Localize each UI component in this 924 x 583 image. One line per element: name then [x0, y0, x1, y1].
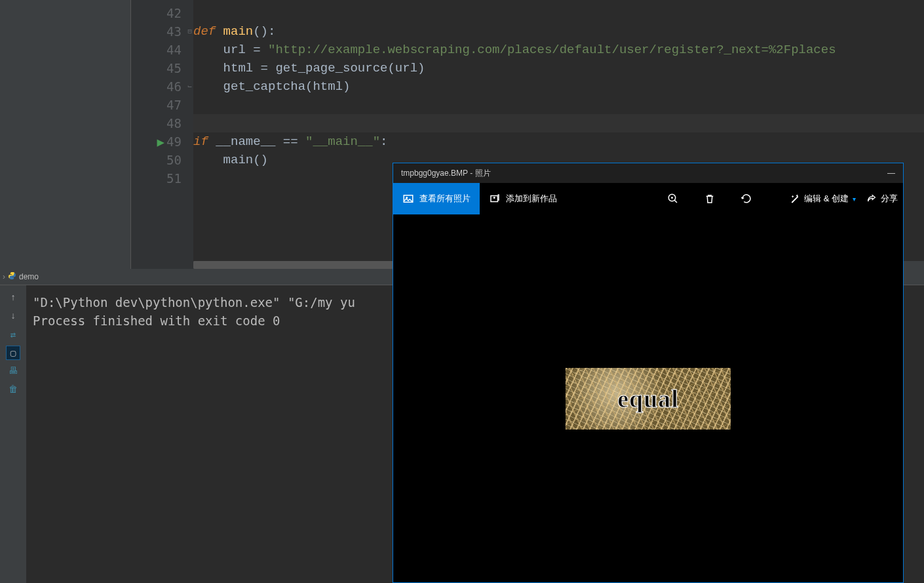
add-collection-icon — [489, 193, 501, 205]
rotate-icon — [741, 193, 752, 205]
picture-icon — [402, 193, 414, 205]
captcha-text: equal — [617, 384, 679, 413]
python-icon — [8, 271, 16, 282]
scroll-down-icon[interactable]: ↓ — [6, 309, 20, 323]
code-line: def main(): — [193, 22, 924, 41]
scroll-up-icon[interactable]: ↑ — [6, 291, 20, 305]
code-line: if __name__ == "__main__": — [193, 132, 924, 151]
trash-icon — [704, 193, 716, 205]
add-to-creation-button[interactable]: 添加到新作品 — [480, 183, 566, 214]
fold-icon[interactable]: ⊟ — [187, 22, 192, 41]
code-line: get_captcha(html) — [193, 77, 924, 96]
editor-gutter[interactable]: 42 43⊟ 44 45 46⌙ 47 48 49▶ 50 51 — [131, 0, 193, 269]
line-number: 50 — [131, 151, 193, 169]
run-gutter-icon[interactable]: ▶ — [157, 132, 164, 151]
code-line: url = "http://example.webscraping.com/pl… — [193, 41, 924, 59]
chevron-down-icon: ▾ — [853, 195, 856, 203]
toggle-output-icon[interactable]: ▢ — [6, 346, 20, 360]
code-line: html = get_page_source(url) — [193, 59, 924, 77]
line-number: 45 — [131, 59, 193, 77]
zoom-button[interactable] — [655, 183, 691, 214]
project-panel[interactable] — [0, 0, 131, 269]
magic-wand-icon — [790, 193, 800, 204]
photos-app-window: tmpbgg0gyae.BMP - 照片 — 查看所有照片 添加到新作品 编辑 … — [393, 163, 904, 583]
rotate-button[interactable] — [728, 183, 765, 214]
print-icon[interactable]: 🖶 — [6, 364, 20, 378]
view-all-label: 查看所有照片 — [419, 193, 471, 205]
zoom-icon — [667, 193, 679, 205]
fold-end-icon[interactable]: ⌙ — [187, 77, 192, 96]
line-number: 44 — [131, 41, 193, 59]
edit-create-label: 编辑 & 创建 — [804, 193, 849, 205]
code-line — [193, 96, 924, 114]
photos-canvas[interactable]: equal — [393, 214, 903, 582]
view-all-photos-button[interactable]: 查看所有照片 — [393, 183, 480, 214]
photos-toolbar: 查看所有照片 添加到新作品 编辑 & 创建 ▾ 分享 — [393, 183, 903, 214]
run-toolbar: ↑ ↓ ⇄ ▢ 🖶 🗑 — [0, 285, 26, 583]
clear-all-icon[interactable]: 🗑 — [6, 382, 20, 397]
code-line — [193, 114, 924, 132]
edit-create-button[interactable]: 编辑 & 创建 ▾ — [784, 183, 861, 214]
soft-wrap-icon[interactable]: ⇄ — [6, 327, 20, 342]
add-to-label: 添加到新作品 — [506, 193, 557, 205]
delete-button[interactable] — [691, 183, 728, 214]
line-number: 48 — [131, 114, 193, 132]
photos-window-title: tmpbgg0gyae.BMP - 照片 — [401, 168, 491, 179]
minimize-icon[interactable]: — — [887, 169, 895, 178]
line-number: 43⊟ — [131, 22, 193, 41]
line-number: 51 — [131, 169, 193, 188]
line-number: 46⌙ — [131, 77, 193, 96]
share-button[interactable]: 分享 — [861, 183, 903, 214]
line-number: 42 — [131, 4, 193, 22]
share-label: 分享 — [881, 193, 898, 205]
code-line — [193, 4, 924, 22]
share-icon — [866, 193, 877, 204]
line-number: 49▶ — [131, 132, 193, 151]
photos-titlebar[interactable]: tmpbgg0gyae.BMP - 照片 — — [393, 163, 903, 183]
run-tab-label[interactable]: demo — [19, 272, 39, 281]
captcha-image: equal — [566, 368, 731, 430]
line-number: 47 — [131, 96, 193, 114]
tab-arrow-icon: › — [3, 272, 5, 281]
